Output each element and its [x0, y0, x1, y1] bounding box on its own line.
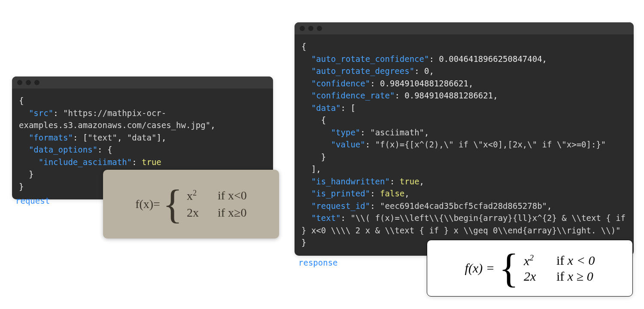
window-dot-icon — [300, 26, 305, 31]
response-json-code: { "auto_rotate_confidence": 0.0046418966… — [295, 34, 634, 256]
hw-row1-cond: if x<0 — [218, 189, 247, 203]
response-caption: response — [298, 258, 338, 267]
request-caption: request — [15, 196, 50, 205]
rm-row1-expr: x — [524, 254, 529, 268]
rendered-math-panel: f(x) = { x2 if x < 0 2x if x ≥ 0 — [427, 240, 633, 297]
json-key: text — [316, 213, 336, 223]
json-key: confidence — [316, 79, 365, 88]
brace-icon: { — [163, 188, 182, 221]
json-value: data — [132, 133, 152, 142]
json-value: eec691de4cad35bcf5cfad28d865278b — [385, 201, 542, 211]
window-dot-icon — [17, 80, 22, 85]
window-dot-icon — [308, 26, 313, 31]
json-value: 0.9849104881286621 — [380, 79, 468, 88]
json-value: 0.9849104881286621 — [404, 91, 493, 100]
json-value: true — [142, 157, 161, 167]
json-key: formats — [33, 133, 68, 142]
json-value: text — [93, 133, 112, 142]
rm-row2-if: if — [556, 269, 568, 283]
json-key: auto_rotate_degrees — [316, 66, 409, 76]
rm-row1-cond: x < 0 — [568, 253, 595, 267]
json-key: type — [336, 128, 355, 137]
window-dot-icon — [34, 80, 39, 85]
json-key: value — [336, 140, 360, 149]
json-value: 0 — [424, 66, 429, 76]
window-titlebar — [295, 22, 634, 34]
json-value: \\( f(x)=\\left\\{\\begin{array}{ll}x^{2… — [301, 213, 631, 235]
hw-row1-sup: 2 — [193, 189, 197, 197]
hw-row2-expr: 2x — [187, 206, 207, 220]
window-dot-icon — [26, 80, 31, 85]
json-key: request_id — [316, 201, 365, 211]
json-value: false — [380, 189, 404, 198]
rm-row2-cond: x ≥ 0 — [568, 269, 593, 283]
json-key: is_handwritten — [316, 177, 385, 186]
hw-lhs: f(x)= — [135, 197, 160, 211]
json-key: data — [316, 103, 336, 113]
json-value: 0.0046418966250847404 — [439, 54, 542, 64]
handwritten-math-image: f(x)= { x2 if x<0 2x if x≥0 — [103, 170, 279, 239]
json-value: f(x)={[x^(2),\" if \"x<0],[2x,\" if \"x>… — [380, 140, 601, 149]
response-code-window: { "auto_rotate_confidence": 0.0046418966… — [295, 22, 634, 256]
json-key: data_options — [33, 145, 92, 154]
rm-f: f — [465, 261, 468, 275]
json-key: include_asciimath — [43, 157, 127, 167]
window-dot-icon — [317, 26, 322, 31]
hw-row1-expr: x — [187, 190, 193, 203]
json-value: true — [400, 177, 419, 186]
rm-row2-expr: 2x — [524, 269, 544, 284]
json-key: confidence_rate — [316, 91, 390, 100]
json-key: auto_rotate_confidence — [316, 54, 424, 64]
rm-paren: (x) = — [468, 261, 495, 275]
json-key: src — [33, 108, 48, 118]
rm-row1-sup: 2 — [529, 253, 534, 262]
json-key: is_printed — [316, 189, 365, 198]
json-value: asciimath — [375, 128, 419, 137]
window-titlebar — [12, 76, 273, 89]
brace-icon: { — [499, 253, 519, 284]
hw-row2-cond: if x≥0 — [218, 206, 246, 220]
rm-row1-if: if — [556, 253, 568, 267]
